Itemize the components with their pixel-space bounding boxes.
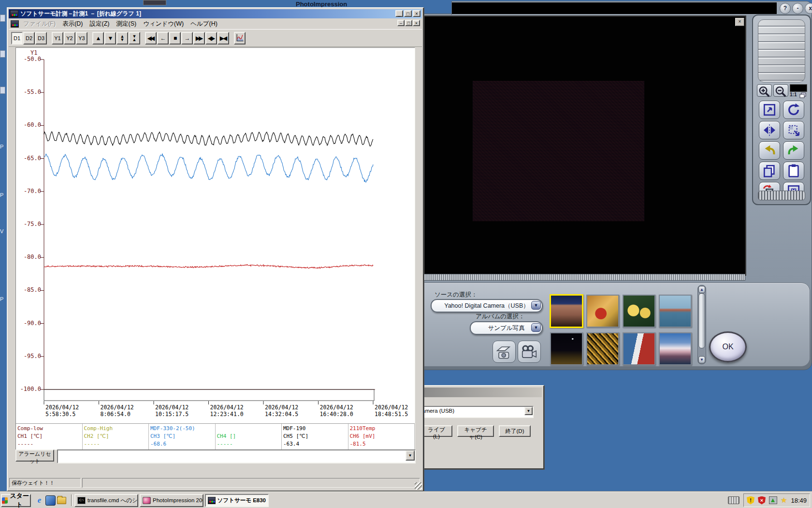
thumbnail-flowers[interactable] <box>623 295 655 328</box>
camcorder-source-button[interactable] <box>518 341 541 363</box>
line-chart-plot <box>16 48 415 420</box>
y-axis-button-y3[interactable]: Y3 <box>76 32 87 45</box>
task-button[interactable]: C:\transfile.cmd へのショート... <box>74 494 138 507</box>
task-button[interactable]: PhotoImpression 2000 <box>140 494 203 507</box>
album-select[interactable]: サンプル写真 ▼ <box>470 321 543 335</box>
step-back-icon[interactable]: ← <box>157 32 169 45</box>
rotate-button[interactable] <box>783 101 804 119</box>
thumbnail-clouds[interactable] <box>659 332 692 365</box>
scrollbar-thumb[interactable] <box>698 293 705 348</box>
background-window-title: PhotoImpression <box>296 0 347 8</box>
stop-icon[interactable]: ■ <box>169 32 181 45</box>
desktop-icon-fragment[interactable] <box>0 50 5 58</box>
desktop-icon-fragment[interactable] <box>0 15 5 22</box>
desktop-icon-fragment[interactable] <box>0 87 5 94</box>
compress-vertical-icon[interactable]: ▼▲ <box>129 32 140 45</box>
mdi-restore-icon[interactable]: □ <box>405 20 412 26</box>
thumbnail-web[interactable] <box>586 332 619 365</box>
menu-item[interactable]: ヘルプ(H) <box>187 19 221 28</box>
source-select[interactable]: Yahoo! Digital Camera（USB） ▼ <box>431 299 543 313</box>
alarm-message-combobox[interactable]: ▼ <box>57 449 416 463</box>
channel-group-button-d2[interactable]: D2 <box>23 32 35 45</box>
chevron-down-icon[interactable]: ▼ <box>524 407 533 415</box>
compress-horizontal-icon[interactable]: ▶◀ <box>218 32 229 45</box>
menu-item[interactable]: ファイル(F) <box>20 19 59 28</box>
expand-horizontal-icon[interactable]: ◀▶ <box>205 32 217 45</box>
keyboard-layout-icon[interactable] <box>728 496 740 504</box>
live-button[interactable]: ライブ(L) <box>420 425 452 437</box>
y-axis-button-y1[interactable]: Y1 <box>52 32 63 45</box>
maximize-icon[interactable]: □ <box>404 10 412 17</box>
task-button[interactable]: ソフトサーモ E830 <box>205 494 269 507</box>
scanner-source-button[interactable] <box>493 341 516 363</box>
thumbnail-scrollbar[interactable]: ▲ ▼ <box>697 285 706 364</box>
scroll-up-icon[interactable]: ▲ <box>698 286 705 293</box>
close-icon[interactable]: × <box>413 10 420 17</box>
copy-button[interactable] <box>759 162 780 180</box>
y-axis-button-y2[interactable]: Y2 <box>64 32 75 45</box>
rewind-icon[interactable]: ◀◀ <box>145 32 157 45</box>
channel-id: CH1 [℃] <box>17 433 81 440</box>
undo-button[interactable] <box>759 141 780 160</box>
thermo-titlebar[interactable]: ソフトサーモ計測－計測1 － [折れ線グラフ 1] _□× <box>9 9 422 18</box>
expand-vertical-icon[interactable]: ▲▼ <box>116 32 128 45</box>
fast-forward-icon[interactable]: ▶▶ <box>193 32 205 45</box>
toolbox-grip[interactable] <box>758 19 805 82</box>
start-button[interactable]: スタート <box>1 494 31 507</box>
zoom-out-button[interactable] <box>773 84 788 97</box>
chevron-down-icon[interactable]: ▼ <box>406 450 415 461</box>
menu-item[interactable]: ウィンドウ(W) <box>140 19 187 28</box>
minimize-icon[interactable]: - <box>792 3 803 14</box>
scroll-up-icon[interactable]: ▲ <box>92 32 104 45</box>
alert-shield-icon[interactable]: ! <box>747 496 754 505</box>
scroll-down-icon[interactable]: ▼ <box>698 356 705 363</box>
windows-logo-icon <box>2 497 8 504</box>
mdi-close-icon[interactable]: × <box>413 20 420 26</box>
resize-button[interactable] <box>759 101 780 119</box>
zoom-in-button[interactable] <box>757 84 772 97</box>
chevron-down-icon[interactable]: ▼ <box>531 323 541 332</box>
thumbnail-canyon[interactable] <box>550 294 583 328</box>
channel-value: -81.5 <box>350 440 413 448</box>
thumbnail-bird[interactable] <box>586 295 619 328</box>
safe-removal-icon[interactable] <box>769 496 777 504</box>
channel-name: MDF-190 <box>283 425 347 433</box>
chevron-down-icon[interactable]: ▼ <box>531 301 541 310</box>
alarm-reset-button[interactable]: アラームリセット <box>15 449 54 462</box>
menu-item[interactable]: 設定(Z) <box>87 19 113 28</box>
thumbnail-city[interactable] <box>550 332 583 365</box>
paste-icon <box>784 173 803 180</box>
step-forward-icon[interactable]: → <box>181 32 193 45</box>
star-icon[interactable]: ★ <box>781 496 787 505</box>
preview-close-icon[interactable]: × <box>735 18 744 26</box>
photoimpression-titlebar: ?-x <box>451 1 812 15</box>
capture-button[interactable]: キャプチャ(C) <box>457 425 494 437</box>
background-window-fragment <box>143 0 166 5</box>
paste-button[interactable] <box>783 162 804 180</box>
zoom-ratio-label: 1:1 <box>790 92 797 97</box>
help-icon[interactable]: ? <box>780 3 791 14</box>
thumbnail-harbor[interactable] <box>659 295 692 328</box>
window-mode-icon[interactable] <box>799 91 806 97</box>
exit-button[interactable]: 終了(D) <box>499 425 531 437</box>
ok-button[interactable]: OK <box>709 331 747 362</box>
mdi-minimize-icon[interactable]: – <box>397 20 405 26</box>
flip-button[interactable] <box>759 121 780 139</box>
redo-button[interactable] <box>783 141 804 160</box>
menu-item[interactable]: 表示(D) <box>59 19 86 28</box>
error-shield-icon[interactable]: × <box>758 496 766 505</box>
internet-explorer-icon[interactable]: e <box>35 496 44 505</box>
resize-grip[interactable] <box>415 482 422 490</box>
app-shortcut-icon[interactable] <box>45 495 56 506</box>
graph-tool-button[interactable] <box>234 32 246 45</box>
scroll-down-icon[interactable]: ▼ <box>104 32 116 45</box>
camera-source-combobox[interactable]: amera (USB) ▼ <box>420 406 534 418</box>
crop-button[interactable] <box>783 121 804 139</box>
channel-group-button-d3[interactable]: D3 <box>35 32 47 45</box>
folder-icon[interactable] <box>57 497 66 504</box>
thumbnail-lighthouse[interactable] <box>623 332 655 365</box>
menu-item[interactable]: 測定(S) <box>113 19 140 28</box>
minimize-icon[interactable]: _ <box>395 10 403 17</box>
channel-group-button-d1[interactable]: D1 <box>11 32 23 45</box>
close-icon[interactable]: x <box>805 3 812 14</box>
